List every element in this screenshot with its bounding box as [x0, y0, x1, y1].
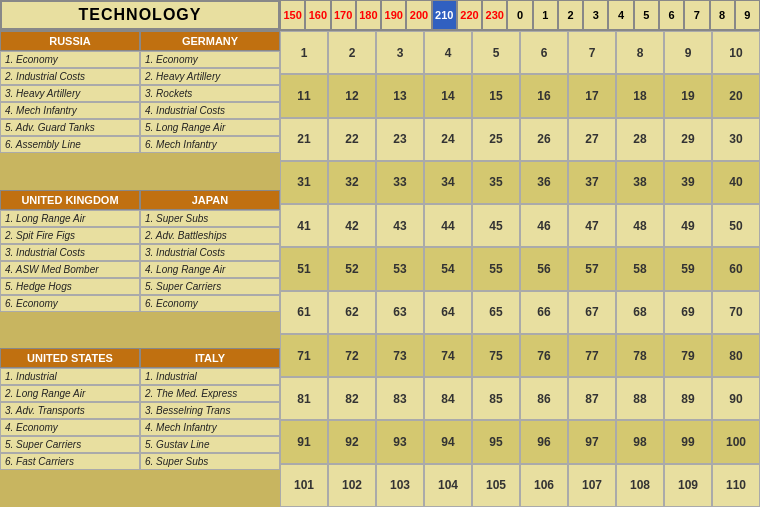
num-cell-36[interactable]: 36 [520, 161, 568, 204]
num-cell-18[interactable]: 18 [616, 74, 664, 117]
ipc-cell-9[interactable]: 9 [735, 0, 760, 30]
num-cell-75[interactable]: 75 [472, 334, 520, 377]
num-cell-109[interactable]: 109 [664, 464, 712, 507]
num-cell-15[interactable]: 15 [472, 74, 520, 117]
num-cell-32[interactable]: 32 [328, 161, 376, 204]
num-cell-40[interactable]: 40 [712, 161, 760, 204]
num-cell-55[interactable]: 55 [472, 247, 520, 290]
num-cell-51[interactable]: 51 [280, 247, 328, 290]
num-cell-86[interactable]: 86 [520, 377, 568, 420]
num-cell-87[interactable]: 87 [568, 377, 616, 420]
ipc-cell-210[interactable]: 210 [432, 0, 457, 30]
num-cell-26[interactable]: 26 [520, 118, 568, 161]
ipc-cell-180[interactable]: 180 [356, 0, 381, 30]
num-cell-68[interactable]: 68 [616, 291, 664, 334]
num-cell-106[interactable]: 106 [520, 464, 568, 507]
ipc-cell-220[interactable]: 220 [457, 0, 482, 30]
num-cell-50[interactable]: 50 [712, 204, 760, 247]
ipc-cell-6[interactable]: 6 [659, 0, 684, 30]
num-cell-67[interactable]: 67 [568, 291, 616, 334]
num-cell-41[interactable]: 41 [280, 204, 328, 247]
num-cell-45[interactable]: 45 [472, 204, 520, 247]
num-cell-82[interactable]: 82 [328, 377, 376, 420]
num-cell-66[interactable]: 66 [520, 291, 568, 334]
num-cell-38[interactable]: 38 [616, 161, 664, 204]
ipc-cell-7[interactable]: 7 [684, 0, 709, 30]
num-cell-95[interactable]: 95 [472, 420, 520, 463]
num-cell-1[interactable]: 1 [280, 31, 328, 74]
ipc-cell-3[interactable]: 3 [583, 0, 608, 30]
num-cell-70[interactable]: 70 [712, 291, 760, 334]
ipc-cell-150[interactable]: 150 [280, 0, 305, 30]
ipc-cell-230[interactable]: 230 [482, 0, 507, 30]
num-cell-71[interactable]: 71 [280, 334, 328, 377]
num-cell-69[interactable]: 69 [664, 291, 712, 334]
num-cell-12[interactable]: 12 [328, 74, 376, 117]
num-cell-94[interactable]: 94 [424, 420, 472, 463]
num-cell-5[interactable]: 5 [472, 31, 520, 74]
num-cell-34[interactable]: 34 [424, 161, 472, 204]
num-cell-91[interactable]: 91 [280, 420, 328, 463]
ipc-cell-190[interactable]: 190 [381, 0, 406, 30]
num-cell-37[interactable]: 37 [568, 161, 616, 204]
num-cell-93[interactable]: 93 [376, 420, 424, 463]
ipc-cell-8[interactable]: 8 [710, 0, 735, 30]
num-cell-96[interactable]: 96 [520, 420, 568, 463]
num-cell-43[interactable]: 43 [376, 204, 424, 247]
num-cell-49[interactable]: 49 [664, 204, 712, 247]
num-cell-105[interactable]: 105 [472, 464, 520, 507]
num-cell-52[interactable]: 52 [328, 247, 376, 290]
num-cell-21[interactable]: 21 [280, 118, 328, 161]
num-cell-27[interactable]: 27 [568, 118, 616, 161]
num-cell-63[interactable]: 63 [376, 291, 424, 334]
num-cell-54[interactable]: 54 [424, 247, 472, 290]
num-cell-62[interactable]: 62 [328, 291, 376, 334]
num-cell-56[interactable]: 56 [520, 247, 568, 290]
num-cell-46[interactable]: 46 [520, 204, 568, 247]
num-cell-78[interactable]: 78 [616, 334, 664, 377]
num-cell-8[interactable]: 8 [616, 31, 664, 74]
num-cell-99[interactable]: 99 [664, 420, 712, 463]
ipc-cell-200[interactable]: 200 [406, 0, 431, 30]
num-cell-19[interactable]: 19 [664, 74, 712, 117]
num-cell-97[interactable]: 97 [568, 420, 616, 463]
num-cell-44[interactable]: 44 [424, 204, 472, 247]
num-cell-88[interactable]: 88 [616, 377, 664, 420]
num-cell-33[interactable]: 33 [376, 161, 424, 204]
num-cell-65[interactable]: 65 [472, 291, 520, 334]
ipc-cell-0[interactable]: 0 [507, 0, 532, 30]
num-cell-110[interactable]: 110 [712, 464, 760, 507]
ipc-cell-2[interactable]: 2 [558, 0, 583, 30]
num-cell-7[interactable]: 7 [568, 31, 616, 74]
num-cell-29[interactable]: 29 [664, 118, 712, 161]
num-cell-48[interactable]: 48 [616, 204, 664, 247]
num-cell-107[interactable]: 107 [568, 464, 616, 507]
num-cell-4[interactable]: 4 [424, 31, 472, 74]
num-cell-61[interactable]: 61 [280, 291, 328, 334]
num-cell-104[interactable]: 104 [424, 464, 472, 507]
num-cell-2[interactable]: 2 [328, 31, 376, 74]
num-cell-10[interactable]: 10 [712, 31, 760, 74]
num-cell-108[interactable]: 108 [616, 464, 664, 507]
num-cell-83[interactable]: 83 [376, 377, 424, 420]
num-cell-92[interactable]: 92 [328, 420, 376, 463]
num-cell-59[interactable]: 59 [664, 247, 712, 290]
num-cell-64[interactable]: 64 [424, 291, 472, 334]
num-cell-85[interactable]: 85 [472, 377, 520, 420]
num-cell-17[interactable]: 17 [568, 74, 616, 117]
num-cell-100[interactable]: 100 [712, 420, 760, 463]
ipc-cell-5[interactable]: 5 [634, 0, 659, 30]
num-cell-47[interactable]: 47 [568, 204, 616, 247]
num-cell-73[interactable]: 73 [376, 334, 424, 377]
num-cell-6[interactable]: 6 [520, 31, 568, 74]
num-cell-84[interactable]: 84 [424, 377, 472, 420]
num-cell-79[interactable]: 79 [664, 334, 712, 377]
num-cell-72[interactable]: 72 [328, 334, 376, 377]
num-cell-81[interactable]: 81 [280, 377, 328, 420]
num-cell-22[interactable]: 22 [328, 118, 376, 161]
num-cell-31[interactable]: 31 [280, 161, 328, 204]
num-cell-58[interactable]: 58 [616, 247, 664, 290]
num-cell-101[interactable]: 101 [280, 464, 328, 507]
num-cell-89[interactable]: 89 [664, 377, 712, 420]
num-cell-39[interactable]: 39 [664, 161, 712, 204]
